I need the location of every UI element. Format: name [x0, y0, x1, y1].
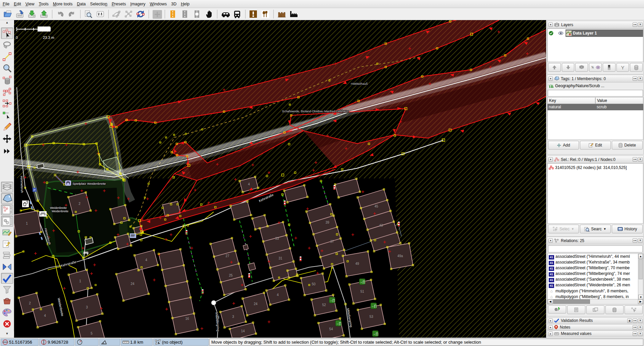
svg-text:P: P: [34, 188, 36, 192]
svg-text:45: 45: [374, 205, 378, 208]
svg-text:51: 51: [360, 290, 364, 293]
svg-text:39: 39: [325, 221, 329, 224]
svg-text:24: 24: [254, 302, 258, 306]
svg-text:27: 27: [225, 254, 229, 258]
svg-text:53: 53: [369, 315, 373, 319]
svg-text:→∏: →∏: [359, 280, 365, 284]
svg-text:31: 31: [278, 256, 282, 260]
svg-text:HiMittelhauß: HiMittelhauß: [351, 82, 368, 85]
svg-text:5: 5: [91, 332, 93, 335]
svg-text:49: 49: [355, 262, 359, 266]
svg-text:4: 4: [277, 293, 279, 297]
svg-text:→∏: →∏: [371, 304, 377, 308]
svg-text:Spielplatz Weidenbreite: Spielplatz Weidenbreite: [72, 182, 106, 185]
svg-text:Himmelsruh: Himmelsruh: [20, 176, 24, 193]
svg-text:4: 4: [248, 182, 250, 186]
svg-text:4: 4: [145, 258, 147, 262]
svg-text:50: 50: [312, 282, 316, 286]
svg-text:Weidenbreite: Weidenbreite: [52, 210, 68, 213]
svg-text:16: 16: [185, 317, 189, 321]
svg-text:52: 52: [322, 303, 326, 307]
svg-text:54: 54: [329, 327, 333, 331]
svg-text:3: 3: [86, 305, 88, 309]
svg-text:→∏: →∏: [329, 298, 335, 302]
svg-text:43: 43: [379, 224, 383, 227]
svg-text:2: 2: [78, 202, 80, 206]
svg-text:1: 1: [26, 222, 28, 225]
svg-text:14: 14: [241, 329, 245, 333]
svg-text:→∏: →∏: [335, 322, 341, 326]
svg-text:Weidenbreite: Weidenbreite: [50, 206, 67, 210]
svg-text:2: 2: [29, 301, 31, 305]
svg-text:3: 3: [232, 315, 234, 319]
svg-text:4: 4: [44, 314, 46, 318]
svg-text:0: 0: [16, 36, 18, 40]
svg-text:Schafsweide, Bioland-Obstbau M: Schafsweide, Bioland-Obstbau Manfred Geb…: [282, 110, 349, 113]
svg-text:37: 37: [330, 240, 334, 243]
svg-text:49a: 49a: [397, 254, 403, 258]
svg-text:24: 24: [130, 282, 135, 286]
svg-text:23.3 m: 23.3 m: [43, 36, 54, 40]
svg-text:1: 1: [79, 279, 81, 283]
svg-text:→∏: →∏: [372, 332, 378, 336]
svg-text:25: 25: [229, 274, 233, 277]
svg-text:33: 33: [275, 237, 279, 240]
